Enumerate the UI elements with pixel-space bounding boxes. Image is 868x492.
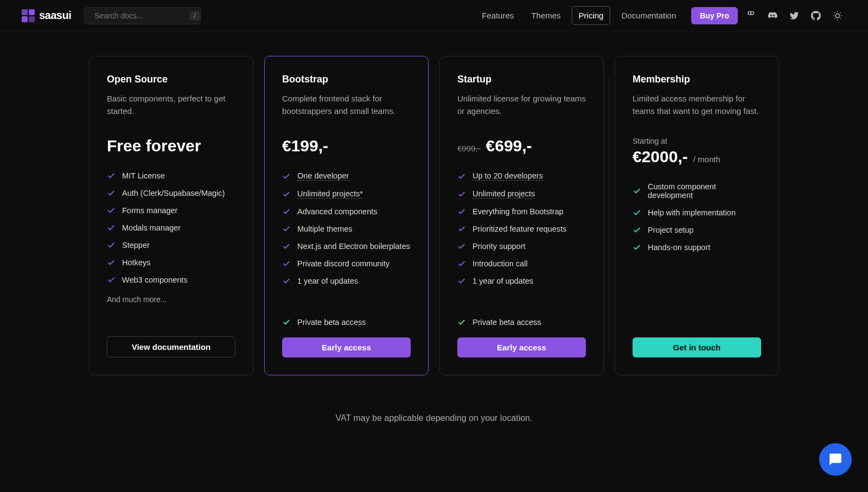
feature-item: 1 year of updates	[282, 277, 411, 285]
feature-item: Modals manager	[107, 223, 235, 232]
view-documentation-button[interactable]: View documentation	[107, 336, 235, 357]
search-hotkey: /	[189, 11, 200, 21]
feature-item: Prioritized feature requests	[457, 225, 586, 233]
check-icon	[282, 225, 291, 233]
feature-list: Up to 20 developers Unlimited projects E…	[457, 171, 586, 285]
chat-fab[interactable]	[819, 443, 852, 476]
feature-list: Custom component development Help with i…	[633, 182, 761, 252]
check-icon	[107, 241, 116, 250]
logo-icon	[22, 9, 35, 22]
plan-opensource: Open Source Basic components, perfect to…	[89, 56, 253, 375]
feature-item: Unlimited projects	[457, 189, 586, 199]
plan-title: Membership	[633, 74, 761, 85]
check-icon	[457, 242, 466, 251]
svg-line-5	[834, 12, 835, 13]
check-icon	[457, 225, 466, 233]
check-icon	[107, 189, 116, 197]
feature-item: Private discord community	[282, 259, 411, 268]
feature-item: Web3 components	[107, 276, 235, 284]
theme-toggle-icon[interactable]	[829, 7, 846, 24]
early-access-button[interactable]: Early access	[282, 337, 411, 357]
check-icon	[457, 277, 466, 285]
feature-item: Unlimited projects*	[282, 189, 411, 199]
plan-price-strike: €999,-	[457, 144, 481, 153]
bonus-item: Private beta access	[457, 318, 586, 327]
check-icon	[457, 172, 466, 181]
plan-title: Open Source	[107, 74, 235, 85]
check-icon	[107, 171, 116, 180]
feature-item: Project setup	[633, 226, 761, 234]
check-icon	[282, 207, 291, 216]
feature-item: Hotkeys	[107, 258, 235, 267]
logo[interactable]: saasui	[22, 9, 71, 22]
vat-note: VAT may be applicable depending on your …	[0, 413, 868, 423]
nav-documentation[interactable]: Documentation	[615, 7, 682, 24]
bonus-item: Private beta access	[282, 318, 411, 327]
feature-item: Help with implementation	[633, 208, 761, 217]
feature-item: Priority support	[457, 242, 586, 251]
plan-title: Bootstrap	[282, 74, 411, 85]
check-icon	[633, 187, 641, 195]
check-icon	[457, 190, 466, 199]
plan-desc: Basic components, perfect to get started…	[107, 93, 235, 117]
feature-item: Multiple themes	[282, 225, 411, 233]
get-in-touch-button[interactable]: Get in touch	[633, 337, 761, 357]
nav-pricing[interactable]: Pricing	[572, 6, 611, 25]
chat-icon	[828, 452, 843, 467]
plan-price: €199,-	[282, 137, 328, 155]
feature-list: One developer Unlimited projects* Advanc…	[282, 171, 411, 285]
check-icon	[633, 243, 641, 252]
pricing-grid: Open Source Basic components, perfect to…	[0, 31, 868, 392]
check-icon	[107, 276, 116, 284]
early-access-button[interactable]: Early access	[457, 337, 586, 357]
more-text: And much more...	[107, 295, 235, 304]
feature-item: One developer	[282, 171, 411, 181]
feature-item: Forms manager	[107, 206, 235, 215]
feature-item: MIT License	[107, 171, 235, 180]
feature-item: Stepper	[107, 241, 235, 250]
feature-item: Advanced components	[282, 207, 411, 216]
plan-membership: Membership Limited access membership for…	[615, 56, 779, 375]
feature-item: Up to 20 developers	[457, 171, 586, 181]
check-icon	[107, 258, 116, 267]
check-icon	[633, 208, 641, 217]
search-field[interactable]	[94, 11, 189, 20]
discord-icon[interactable]	[764, 7, 781, 24]
plan-price: €2000,-	[633, 148, 688, 166]
check-icon	[457, 318, 466, 327]
check-icon	[282, 318, 291, 327]
logo-text: saasui	[39, 9, 71, 22]
plan-price: €699,-	[486, 137, 532, 155]
feature-item: Auth (Clerk/Supabase/Magic)	[107, 189, 235, 197]
svg-line-10	[840, 12, 841, 13]
check-icon	[282, 277, 291, 285]
nav: Features Themes Pricing Documentation Bu…	[475, 6, 846, 25]
nav-features[interactable]: Features	[475, 7, 520, 24]
plan-bootstrap: Bootstrap Complete frontend stack for bo…	[264, 56, 429, 375]
svg-point-2	[835, 14, 840, 18]
nav-themes[interactable]: Themes	[525, 7, 567, 24]
svg-line-9	[834, 18, 835, 18]
price-starting: Starting at	[633, 137, 761, 145]
check-icon	[107, 206, 116, 215]
plan-desc: Complete frontend stack for bootstrapper…	[282, 93, 411, 117]
figma-icon[interactable]	[742, 7, 760, 24]
github-icon[interactable]	[807, 7, 825, 24]
plan-startup: Startup Unlimited license for growing te…	[439, 56, 604, 375]
feature-item: Everything from Bootstrap	[457, 207, 586, 216]
svg-line-6	[840, 18, 841, 18]
check-icon	[457, 207, 466, 216]
search-input[interactable]: /	[84, 7, 201, 24]
plan-title: Startup	[457, 74, 586, 85]
feature-item: Hands-on support	[633, 243, 761, 252]
twitter-icon[interactable]	[786, 7, 803, 24]
buy-pro-button[interactable]: Buy Pro	[691, 7, 738, 24]
feature-item: 1 year of updates	[457, 277, 586, 285]
plan-price: Free forever	[107, 137, 201, 155]
check-icon	[282, 242, 291, 251]
plan-desc: Unlimited license for growing teams or a…	[457, 93, 586, 117]
check-icon	[282, 259, 291, 268]
header: saasui / Features Themes Pricing Documen…	[0, 0, 868, 31]
plan-desc: Limited access membership for teams that…	[633, 93, 761, 117]
feature-item: Introduction call	[457, 259, 586, 268]
